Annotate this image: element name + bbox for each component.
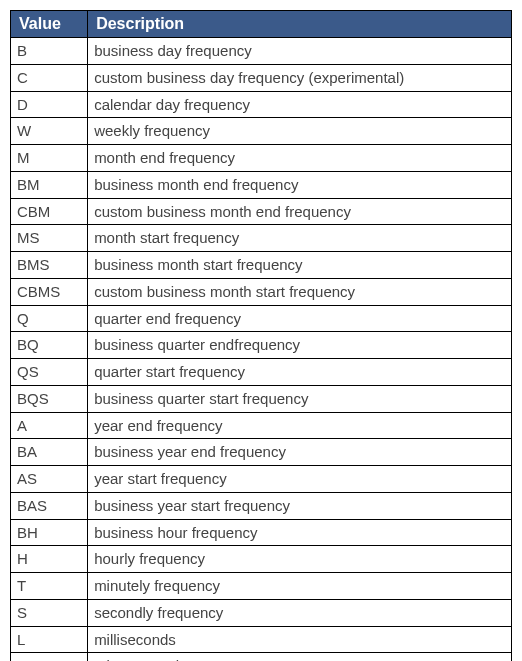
table-row: BQbusiness quarter endfrequency [11, 332, 512, 359]
cell-description: month start frequency [88, 225, 512, 252]
table-row: BAbusiness year end frequency [11, 439, 512, 466]
cell-description: calendar day frequency [88, 91, 512, 118]
cell-description: secondly frequency [88, 599, 512, 626]
col-header-description: Description [88, 11, 512, 38]
cell-description: weekly frequency [88, 118, 512, 145]
cell-value: A [11, 412, 88, 439]
table-row: Bbusiness day frequency [11, 38, 512, 65]
cell-value: BA [11, 439, 88, 466]
cell-value: AS [11, 466, 88, 493]
table-row: MSmonth start frequency [11, 225, 512, 252]
cell-description: business year end frequency [88, 439, 512, 466]
table-row: Ssecondly frequency [11, 599, 512, 626]
col-header-value: Value [11, 11, 88, 38]
cell-description: business month start frequency [88, 252, 512, 279]
cell-description: business day frequency [88, 38, 512, 65]
table-row: Mmonth end frequency [11, 145, 512, 172]
table-row: CBMScustom business month start frequenc… [11, 278, 512, 305]
table-row: Qquarter end frequency [11, 305, 512, 332]
cell-value: S [11, 599, 88, 626]
cell-description: quarter start frequency [88, 359, 512, 386]
cell-description: business quarter endfrequency [88, 332, 512, 359]
table-row: Lmilliseconds [11, 626, 512, 653]
table-row: Hhourly frequency [11, 546, 512, 573]
cell-description: business year start frequency [88, 492, 512, 519]
cell-value: CBMS [11, 278, 88, 305]
cell-description: minutely frequency [88, 573, 512, 600]
cell-value: W [11, 118, 88, 145]
cell-value: BH [11, 519, 88, 546]
table-row: Umicroseconds [11, 653, 512, 661]
table-row: BMbusiness month end frequency [11, 171, 512, 198]
cell-value: BQS [11, 385, 88, 412]
table-header-row: Value Description [11, 11, 512, 38]
table-row: Ccustom business day frequency (experime… [11, 64, 512, 91]
cell-description: milliseconds [88, 626, 512, 653]
cell-value: C [11, 64, 88, 91]
table-row: QSquarter start frequency [11, 359, 512, 386]
cell-description: microseconds [88, 653, 512, 661]
cell-value: CBM [11, 198, 88, 225]
table-row: CBMcustom business month end frequency [11, 198, 512, 225]
cell-value: U [11, 653, 88, 661]
table-header: Value Description [11, 11, 512, 38]
frequency-table: Value Description Bbusiness day frequenc… [10, 10, 512, 661]
table-row: Dcalendar day frequency [11, 91, 512, 118]
cell-description: custom business day frequency (experimen… [88, 64, 512, 91]
table-row: Tminutely frequency [11, 573, 512, 600]
table-row: ASyear start frequency [11, 466, 512, 493]
cell-description: custom business month start frequency [88, 278, 512, 305]
cell-description: business month end frequency [88, 171, 512, 198]
cell-value: Q [11, 305, 88, 332]
cell-value: QS [11, 359, 88, 386]
cell-value: BQ [11, 332, 88, 359]
cell-value: MS [11, 225, 88, 252]
cell-description: business hour frequency [88, 519, 512, 546]
cell-description: custom business month end frequency [88, 198, 512, 225]
cell-description: month end frequency [88, 145, 512, 172]
cell-description: year start frequency [88, 466, 512, 493]
table-row: BASbusiness year start frequency [11, 492, 512, 519]
cell-value: BAS [11, 492, 88, 519]
cell-value: BM [11, 171, 88, 198]
table-row: Ayear end frequency [11, 412, 512, 439]
table-body: Bbusiness day frequencyCcustom business … [11, 38, 512, 662]
cell-description: year end frequency [88, 412, 512, 439]
cell-description: hourly frequency [88, 546, 512, 573]
cell-value: H [11, 546, 88, 573]
cell-value: T [11, 573, 88, 600]
cell-value: D [11, 91, 88, 118]
cell-value: B [11, 38, 88, 65]
cell-description: business quarter start frequency [88, 385, 512, 412]
table-row: BMSbusiness month start frequency [11, 252, 512, 279]
table-row: BHbusiness hour frequency [11, 519, 512, 546]
table-row: Wweekly frequency [11, 118, 512, 145]
cell-value: L [11, 626, 88, 653]
cell-description: quarter end frequency [88, 305, 512, 332]
cell-value: M [11, 145, 88, 172]
cell-value: BMS [11, 252, 88, 279]
table-row: BQSbusiness quarter start frequency [11, 385, 512, 412]
